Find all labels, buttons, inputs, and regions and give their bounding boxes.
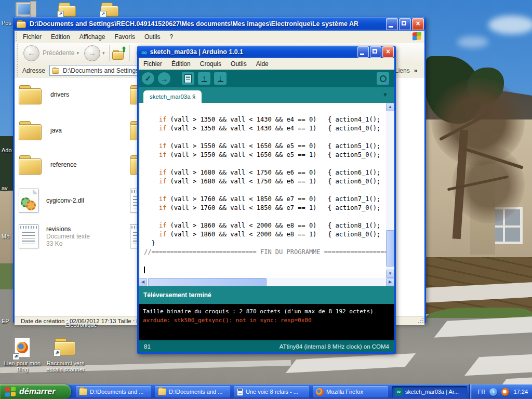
verify-button[interactable]: ✓ [142,72,154,85]
scroll-left-button[interactable]: ◀ [139,278,147,286]
scroll-down-button[interactable]: ▼ [386,270,394,278]
taskbar-task-1[interactable]: D:\Documents and ... [155,386,230,397]
close-button[interactable]: × [412,18,424,30]
arduino-toolbar: ✓ → ↑ ↓ [139,70,394,87]
code-line: if (vall > 1550 && vall < 1650 && e5 == … [144,142,386,151]
code-line [144,257,386,265]
taskbar-task-4[interactable]: ∞sketch_mar03a | Ar... [392,386,467,397]
arduino-minimize-button[interactable] [357,46,369,58]
computer-tower-icon [30,1,36,19]
explorer-titlebar[interactable]: D:\Documents and Settings\RECH.049141520… [13,17,426,31]
tree-twigs [452,145,525,223]
vscroll-thumb[interactable] [386,230,394,267]
dll-file-icon [19,189,38,212]
back-button[interactable]: ← [23,45,39,61]
explorer-menu-favoris[interactable]: Favoris [110,31,140,43]
arduino-menu-aide[interactable]: Aide [251,58,273,70]
code-line: //============================ FIN DU PR… [144,248,386,257]
folder-icon [52,67,60,74]
start-button[interactable]: démarrer [0,384,71,399]
desktop-icon-folder-shortcut-1[interactable]: ↗ [58,2,80,18]
explorer-menu-?[interactable]: ? [165,31,178,43]
explorer-title: D:\Documents and Settings\RECH.049141520… [30,20,385,28]
maximize-button[interactable] [399,18,411,30]
windows-logo-icon [413,32,421,42]
taskbar-task-0[interactable]: D:\Documents and ... [76,386,151,397]
arduino-maximize-button[interactable] [370,46,381,58]
addressbar-grip [17,64,18,77]
menubar-grip [16,32,17,42]
language-indicator[interactable]: FR [478,389,486,395]
folder-icon: ↗ [101,2,119,17]
cloud [457,36,488,48]
desktop-icon-folder-shortcut-2[interactable]: ↗ [101,2,123,18]
open-sketch-button[interactable]: ↑ [198,72,210,85]
arduino-menu-fichier[interactable]: Fichier [139,58,167,70]
hscroll-thumb[interactable] [148,278,267,286]
sketch-tab[interactable]: sketch_mar03a § [143,90,202,103]
explorer-menubar: FichierEditionAffichageFavorisOutils? [15,31,424,44]
file-tile-drivers[interactable]: drivers [19,85,69,104]
links-chevron[interactable]: » [414,67,418,74]
resize-grip[interactable] [417,318,423,324]
upload-status-text: Téléversement terminé [143,291,211,299]
code-editor[interactable]: if (vall > 1350 && vall < 1430 && e4 == … [140,103,386,278]
minimize-button[interactable] [386,18,398,30]
arduino-menubar-items: FichierÉditionCroquisOutilsAide [139,58,273,70]
tab-menu-icon[interactable]: ▼ [382,91,388,98]
forward-button[interactable]: → [84,45,100,61]
back-button-label[interactable]: Précédente [43,49,74,57]
scroll-right-button[interactable]: ▶ [386,278,394,286]
arduino-close-button[interactable]: × [382,46,394,58]
explorer-menu-edition[interactable]: Edition [46,31,75,43]
file-name: reference [50,161,77,168]
arduino-menu-croquis[interactable]: Croquis [195,58,226,70]
file-tile-revisions[interactable]: revisionsDocument texte33 Ko [19,224,90,248]
arduino-menu-outils[interactable]: Outils [226,58,251,70]
links-label[interactable]: Liens [395,67,410,74]
back-dropdown-icon[interactable]: ▾ [76,50,79,56]
clock[interactable]: 17:24 [513,389,528,395]
up-folder-button[interactable]: ⬆ [112,46,127,60]
arduino-tabbar: sketch_mar03a § ▼ [139,87,394,103]
ffx-icon [316,388,324,396]
tray-app-icon[interactable] [501,388,509,396]
taskbar-task-2[interactable]: Une voie 8 relais - ... [234,386,309,397]
desktop-icon-label-partial: Pos [2,20,11,26]
task-label: Une voie 8 relais - ... [246,389,298,395]
desktop-icon-scanner-shortcut[interactable]: ↗ Raccourci vers essais scanner [46,338,85,373]
folder-icon [19,155,43,175]
console-output[interactable]: Taille binaire du croquis : 2 870 octets… [139,304,394,340]
code-line: if (vall > 1860 && vall < 2000 && e8 == … [144,221,386,230]
folder-icon [19,121,43,140]
new-sketch-button[interactable] [182,72,194,85]
file-tile-java[interactable]: java [19,121,62,140]
file-name: revisions [46,225,90,233]
file-tile-cygiconv-2.dll[interactable]: cygiconv-2.dll [19,189,84,212]
upload-button[interactable]: → [158,72,170,85]
explorer-menu-fichier[interactable]: Fichier [18,31,46,43]
save-sketch-button[interactable]: ↓ [214,72,227,85]
scroll-up-button[interactable]: ▲ [386,103,394,111]
explorer-menu-outils[interactable]: Outils [140,31,165,43]
serial-monitor-button[interactable] [377,72,389,85]
address-label: Adresse [22,67,45,74]
hide-icons-chevron-icon[interactable]: ‹ [489,388,497,396]
arduino-titlebar[interactable]: ∞ sketch_mar03a | Arduino 1.0.1 × [137,46,396,58]
editor-vscrollbar[interactable]: ▲ ▼ [386,103,394,278]
desktop-icon-label-electronique[interactable]: Electronique [50,322,112,328]
windows-flag-icon [5,387,16,396]
folder-icon [19,85,43,104]
file-tile-reference[interactable]: reference [19,155,77,175]
desktop-icon-blog-link[interactable]: ↗ Lien pour mon Blog [3,338,42,373]
code-line [144,186,386,195]
code-line: if (vall > 1680 && vall < 1750 && e6 == … [144,168,386,177]
status-board-port: ATtiny84 (internal 8 MHz clock) on COM4 [280,343,389,350]
desktop-icon-my-computer[interactable] [14,1,35,18]
editor-hscrollbar[interactable]: ◀ ▶ [139,278,394,286]
explorer-menu-affichage[interactable]: Affichage [75,31,110,43]
task-label: D:\Documents and ... [90,389,143,395]
forward-dropdown-icon[interactable]: ▾ [102,50,105,56]
taskbar-task-3[interactable]: Mozilla Firefox [313,386,388,397]
arduino-menu-dition[interactable]: Édition [167,58,195,70]
